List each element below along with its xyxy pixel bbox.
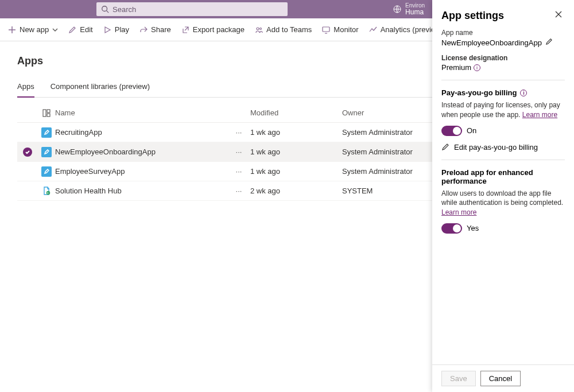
pencil-icon [441,143,449,151]
share-icon [139,26,148,34]
app-type-icon [38,166,55,177]
billing-description: Instead of paying for licenses, only pay… [441,100,565,120]
environment-icon [393,5,402,14]
edit-appname-button[interactable] [545,38,553,47]
appname-label: App name [441,29,565,37]
modified-value: 1 wk ago [250,167,342,176]
layout-icon [42,109,51,117]
close-icon [554,10,563,18]
play-label: Play [115,25,129,34]
search-placeholder: Search [113,5,136,14]
tab-component-libraries[interactable]: Component libraries (preview) [51,77,150,97]
monitor-button[interactable]: Monitor [322,25,358,34]
divider [441,80,565,80]
close-button[interactable] [552,8,565,23]
share-button[interactable]: Share [139,25,171,34]
new-app-label: New app [20,25,49,34]
monitor-label: Monitor [333,25,358,34]
more-actions-button[interactable]: ··· [227,128,250,137]
learn-more-link[interactable]: Learn more [441,208,476,216]
column-name-header[interactable]: Name [55,108,227,117]
info-icon[interactable]: i [520,90,527,96]
panel-footer: Save Cancel [432,364,574,392]
app-name: NewEmployeeOnboardingApp [55,148,227,156]
app-type-icon [38,147,55,157]
license-value: Premium [441,63,471,72]
play-icon [103,26,111,34]
svg-point-0 [102,6,107,11]
preload-description: Allow users to download the app file whi… [441,189,565,218]
export-icon [181,26,189,34]
app-name: Solution Health Hub [55,187,227,195]
preload-toggle-label: Yes [467,224,479,232]
cancel-button[interactable]: Cancel [480,371,521,386]
edit-label: Edit [80,25,92,34]
learn-more-link[interactable]: Learn more [522,111,557,119]
more-actions-button[interactable]: ··· [227,167,250,176]
modified-value: 2 wk ago [250,187,342,195]
svg-rect-12 [47,110,50,112]
teams-label: Add to Teams [266,25,312,34]
export-label: Export package [193,25,245,34]
app-settings-panel: App settings App name NewEmployeeOnboard… [432,0,574,392]
svg-rect-13 [47,114,50,117]
chevron-down-icon [52,27,58,33]
app-type-icon [38,127,55,138]
check-icon [23,148,32,157]
search-icon [101,5,109,13]
more-actions-button[interactable]: ··· [227,148,250,156]
teams-icon [255,26,263,34]
info-icon[interactable]: i [474,64,480,71]
divider [441,160,565,160]
canvas-app-icon [41,166,52,177]
share-label: Share [151,25,171,34]
svg-line-1 [107,11,109,13]
analytics-icon [369,26,377,34]
play-button[interactable]: Play [103,25,129,34]
more-actions-button[interactable]: ··· [227,187,250,195]
row-selector[interactable] [17,148,38,157]
app-name: EmployeeSurveyApp [55,167,227,176]
save-button[interactable]: Save [441,371,476,386]
panel-title: App settings [441,10,504,22]
add-to-teams-button[interactable]: Add to Teams [255,25,312,34]
preload-toggle[interactable] [441,223,462,234]
svg-marker-5 [105,27,110,33]
svg-rect-8 [323,27,329,32]
search-input[interactable]: Search [96,2,288,16]
preload-title: Preload app for enhanced performance [441,168,565,185]
environment-text: Environ Huma [405,2,425,16]
pencil-icon [545,38,553,45]
billing-toggle-label: On [467,126,476,135]
license-label: License designation [441,54,565,62]
plus-icon [8,26,16,34]
appname-value: NewEmployeeOnboardingApp [441,38,542,47]
canvas-app-icon [41,147,52,157]
edit-billing-label: Edit pay-as-you-go billing [454,143,538,152]
app-type-icon [38,186,55,196]
environment-value: Huma [405,9,425,16]
svg-point-7 [260,28,262,29]
column-modified-header[interactable]: Modified [250,108,342,117]
pencil-icon [68,26,76,34]
monitor-icon [322,26,330,34]
export-button[interactable]: Export package [181,25,245,34]
canvas-app-icon [41,127,52,138]
modified-value: 1 wk ago [250,148,342,156]
environment-label: Environ [405,2,425,9]
billing-title: Pay-as-you-go billing [441,88,517,97]
new-app-button[interactable]: New app [8,25,58,34]
edit-button[interactable]: Edit [68,25,92,34]
column-view-icon[interactable] [38,109,55,117]
billing-toggle[interactable] [441,126,462,136]
tab-apps[interactable]: Apps [17,77,34,98]
svg-point-6 [257,28,259,30]
svg-rect-11 [43,110,46,117]
edit-billing-button[interactable]: Edit pay-as-you-go billing [441,143,565,152]
app-name: RecruitingApp [55,128,227,137]
environment-picker[interactable]: Environ Huma [393,2,425,16]
modified-value: 1 wk ago [250,128,342,137]
model-app-icon [41,186,52,196]
